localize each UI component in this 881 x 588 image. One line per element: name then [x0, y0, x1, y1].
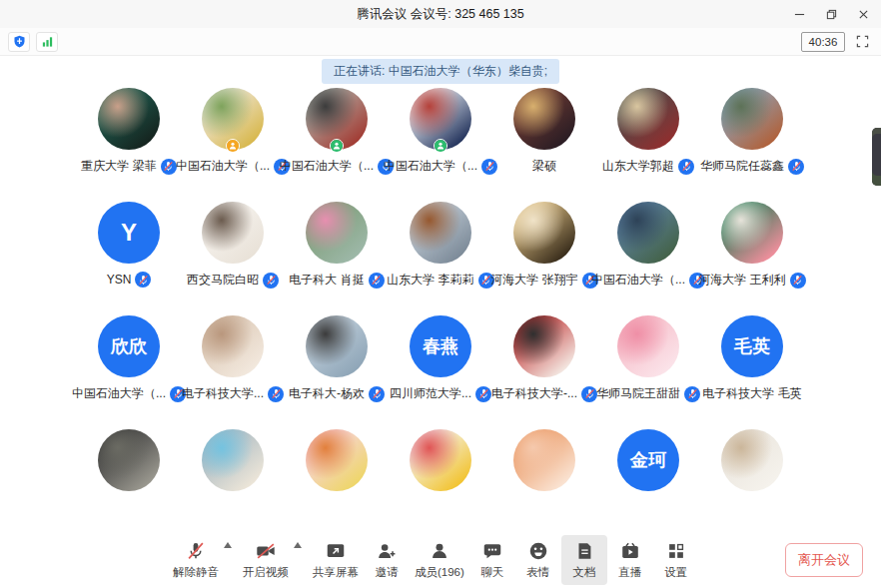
network-signal-button[interactable]	[36, 32, 58, 52]
toolbar-unmute-dropdown-arrow[interactable]	[224, 542, 232, 548]
participant-tile[interactable]: 金珂	[596, 429, 700, 491]
restore-button[interactable]	[815, 0, 847, 28]
participant-tile[interactable]: 电子科大-杨欢	[285, 315, 389, 402]
presenter-badge	[330, 139, 344, 153]
presenter-badge	[434, 139, 447, 153]
toolbar-settings-button[interactable]: 设置	[653, 535, 699, 585]
participant-tile[interactable]: 毛英电子科技大学 毛英	[700, 315, 804, 402]
cam-muted-icon	[255, 540, 277, 562]
participant-tile[interactable]: 重庆大学 梁菲	[77, 88, 181, 175]
toolbar-live-button[interactable]: 直播	[607, 535, 653, 585]
participant-avatar: 欣欣	[98, 315, 160, 377]
mic-status-muted	[790, 273, 806, 289]
participant-tile[interactable]: 欣欣中国石油大学（...	[77, 315, 181, 402]
mic-status-muted	[369, 273, 385, 289]
mic-muted-icon	[791, 274, 804, 287]
mic-status-muted	[135, 272, 151, 288]
participant-tile[interactable]: 春燕四川师范大学...	[389, 315, 492, 402]
mic-muted-icon	[477, 387, 490, 400]
participant-tile[interactable]: 华师马院王甜甜	[596, 315, 700, 402]
participant-name: 中国石油大学（...	[176, 158, 270, 175]
participant-tile[interactable]: 山东大学 李莉莉	[389, 202, 492, 289]
toolbar-start-video-button[interactable]: 开启视频	[238, 535, 294, 585]
participant-name: 河海大学 王利利	[698, 272, 785, 289]
participant-avatar: 毛英	[721, 315, 783, 377]
participant-avatar	[202, 315, 264, 377]
participant-tile[interactable]: 梁硕	[492, 88, 596, 175]
participant-avatar	[410, 202, 471, 264]
toolbar-live-label: 直播	[618, 565, 641, 580]
participant-tile[interactable]: 西交马院白昭	[181, 202, 285, 289]
participant-avatar	[721, 88, 783, 150]
toolbar-invite-button[interactable]: 邀请	[364, 535, 410, 585]
participant-tile[interactable]	[285, 429, 389, 491]
participant-tile[interactable]: 华师马院任蕊鑫	[700, 88, 804, 175]
mic-muted-icon	[270, 387, 283, 400]
toolbar-start-video-label: 开启视频	[243, 565, 289, 580]
participant-avatar	[98, 88, 160, 150]
presenter-badge-icon	[227, 140, 239, 152]
participant-name: 华师马院王甜甜	[596, 385, 680, 402]
mic-muted-icon	[162, 160, 175, 173]
meeting-main-area: 正在讲话: 中国石油大学（华东）柴自贵; 重庆大学 梁菲 中国石油大学（... …	[0, 56, 881, 588]
mic-status-muted	[581, 386, 597, 402]
participant-tile[interactable]	[700, 429, 804, 491]
leave-meeting-button[interactable]: 离开会议	[785, 543, 863, 577]
restore-icon	[826, 9, 837, 20]
window-title: 腾讯会议 会议号: 325 465 135	[0, 6, 881, 23]
security-shield-button[interactable]	[8, 32, 30, 52]
toolbar-docs-button[interactable]: 文档	[561, 535, 607, 585]
toolbar-unmute-button[interactable]: 解除静音	[168, 535, 224, 585]
mic-status-muted	[684, 386, 700, 402]
toolbar-start-video-dropdown-arrow[interactable]	[294, 542, 302, 548]
close-button[interactable]	[847, 0, 879, 28]
doc-icon	[573, 540, 595, 562]
participant-name: 电子科大 肖挺	[289, 272, 364, 289]
bottom-toolbar: 解除静音开启视频共享屏幕邀请成员(196)聊天表情文档直播设置离开会议	[0, 532, 881, 588]
participant-tile[interactable]: 电子科技大学...	[181, 315, 285, 402]
participant-name: 电子科技大学-...	[491, 385, 577, 402]
participant-name: 重庆大学 梁菲	[81, 158, 156, 175]
participant-grid: 重庆大学 梁菲 中国石油大学（... 中国石油大学（... 中国石油大学（...…	[0, 88, 881, 491]
speaking-banner: 正在讲话: 中国石油大学（华东）柴自贵;	[322, 59, 559, 84]
participant-tile[interactable]	[492, 429, 596, 491]
participant-tile[interactable]	[77, 429, 181, 491]
toolbar-chat-button[interactable]: 聊天	[469, 535, 515, 585]
participant-tile[interactable]: 山东大学郭超	[596, 88, 700, 175]
participant-tile[interactable]: YYSN	[77, 202, 181, 289]
toolbar-settings-label: 设置	[664, 565, 687, 580]
live-icon	[619, 540, 641, 562]
participant-tile[interactable]: 中国石油大学（...	[596, 202, 700, 289]
toolbar-share-screen-button[interactable]: 共享屏幕	[308, 535, 364, 585]
toolbar-unmute-label: 解除静音	[173, 565, 219, 580]
mic-status-muted	[369, 386, 385, 402]
toolbar-emoji-button[interactable]: 表情	[515, 535, 561, 585]
participant-avatar	[306, 202, 368, 264]
fullscreen-button[interactable]	[851, 32, 873, 52]
participant-tile[interactable]	[181, 429, 285, 491]
participant-tile[interactable]: 电子科技大学-...	[492, 315, 596, 402]
mic-status-muted	[788, 159, 804, 175]
signal-bars-icon	[41, 35, 54, 48]
toolbar-chat-label: 聊天	[480, 565, 503, 580]
participant-avatar	[202, 88, 264, 150]
participant-tile[interactable]: 河海大学 王利利	[700, 202, 804, 289]
participant-tile[interactable]	[389, 429, 492, 491]
participant-tile[interactable]: 电子科大 肖挺	[285, 202, 389, 289]
toolbar-members-button[interactable]: 成员(196)	[410, 535, 469, 585]
participant-tile[interactable]: 河海大学 张翔宇	[492, 202, 596, 289]
presenter-badge	[226, 139, 240, 153]
mic-status-muted	[268, 386, 284, 402]
minimize-button[interactable]	[783, 0, 815, 28]
participant-tile[interactable]: 中国石油大学（...	[389, 88, 492, 175]
participant-tile[interactable]: 中国石油大学（...	[285, 88, 389, 175]
participant-tile[interactable]: 中国石油大学（...	[181, 88, 285, 175]
participant-avatar	[513, 202, 575, 264]
side-panel-handle[interactable]	[872, 128, 881, 186]
participant-name: 河海大学 张翔宇	[490, 272, 577, 289]
participant-avatar	[306, 429, 368, 491]
participant-avatar: 春燕	[410, 315, 471, 377]
emoji-icon	[527, 540, 549, 562]
participant-avatar	[306, 88, 368, 150]
mic-status-muted	[161, 159, 177, 175]
